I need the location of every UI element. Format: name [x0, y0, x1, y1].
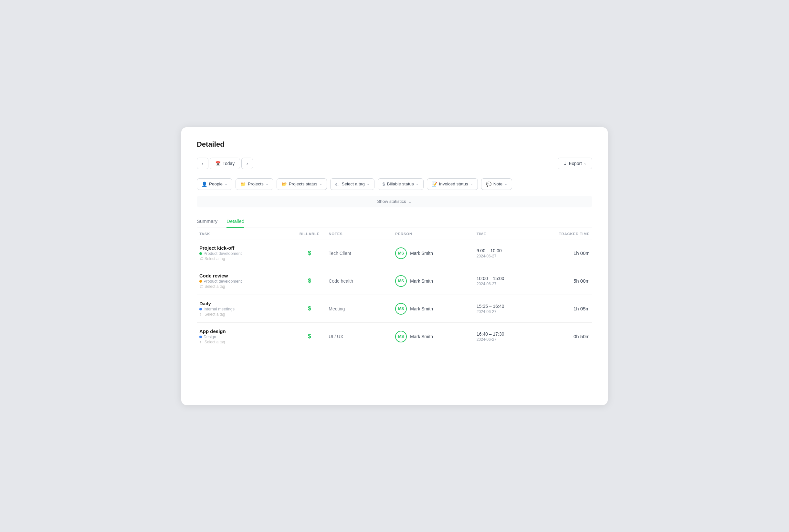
person-cell-0: MS Mark Smith [393, 239, 474, 267]
avatar-1: MS [395, 275, 407, 287]
col-header-notes: NOTES [326, 227, 393, 239]
time-date-0: 2024-06-27 [476, 254, 538, 259]
avatar-2: MS [395, 303, 407, 315]
tracked-cell-0: 1h 00m [541, 239, 592, 267]
task-cell-0: Project kick-off Product development 🏷 S… [197, 239, 293, 267]
tracked-time-0: 1h 00m [574, 250, 590, 256]
billable-icon-1: $ [308, 278, 311, 284]
project-label-2: Internal meetings [204, 307, 234, 311]
notes-text-1: Code health [328, 279, 353, 284]
person-cell-1: MS Mark Smith [393, 267, 474, 295]
tab-summary[interactable]: Summary [197, 215, 218, 228]
person-cell-3: MS Mark Smith [393, 323, 474, 350]
chevron-right-icon: › [246, 160, 248, 166]
note-filter[interactable]: 💬 Note ⌄ [481, 178, 512, 190]
project-label-3: Design [204, 335, 216, 339]
task-name-1: Code review [199, 273, 290, 279]
prev-button[interactable]: ‹ [197, 158, 208, 169]
projects-status-filter[interactable]: 📂 Projects status ⌄ [277, 178, 327, 190]
chevron-left-icon: ‹ [202, 160, 204, 166]
time-cell-1: 10:00 – 15:00 2024-06-27 [474, 267, 541, 295]
table-row: Project kick-off Product development 🏷 S… [197, 239, 592, 267]
billable-cell-3: $ [293, 323, 326, 350]
projects-chevron-icon: ⌄ [266, 182, 268, 186]
select-tag-filter[interactable]: 🏷 Select a tag ⌄ [330, 178, 374, 190]
entries-table: TASK BILLABLE NOTES PERSON TIME TRACKED … [197, 227, 592, 350]
filters-row: 👤 People ⌄ 📁 Projects ⌄ 📂 Projects statu… [197, 178, 592, 190]
person-name-1: Mark Smith [410, 279, 433, 284]
date-nav-group: ‹ 📅 Today › [197, 158, 253, 169]
projects-status-icon: 📂 [281, 182, 287, 187]
show-statistics-label: Show statistics [377, 199, 406, 204]
billable-status-filter[interactable]: $ Billable status ⌄ [378, 178, 424, 190]
table-header-row: TASK BILLABLE NOTES PERSON TIME TRACKED … [197, 227, 592, 239]
billable-cell-0: $ [293, 239, 326, 267]
notes-cell-3: UI / UX [326, 323, 393, 350]
tag-icon: 🏷 [335, 182, 340, 187]
invoice-icon: 📝 [432, 182, 437, 187]
project-dot-1 [199, 280, 202, 283]
project-label-1: Product development [204, 279, 242, 284]
person-name-0: Mark Smith [410, 251, 433, 256]
chevron-down-icon: ⌄ [584, 161, 587, 165]
top-bar: ‹ 📅 Today › ⇣ Export ⌄ [197, 158, 592, 169]
tracked-cell-1: 5h 00m [541, 267, 592, 295]
col-header-time: TIME [474, 227, 541, 239]
billable-icon-2: $ [308, 305, 311, 312]
next-button[interactable]: › [241, 158, 253, 169]
tab-detailed[interactable]: Detailed [226, 215, 244, 228]
billable-chevron-icon: ⌄ [416, 182, 419, 186]
table-row: App design Design 🏷 Select a tag $ UI / … [197, 323, 592, 350]
task-project-3: Design [199, 335, 290, 339]
time-date-2: 2024-06-27 [476, 309, 538, 314]
time-range-0: 9:00 – 10:00 [476, 248, 538, 253]
people-filter[interactable]: 👤 People ⌄ [197, 178, 232, 190]
projects-icon: 📁 [240, 182, 246, 187]
time-range-1: 10:00 – 15:00 [476, 276, 538, 281]
task-cell-2: Daily Internal meetings 🏷 Select a tag [197, 295, 293, 323]
note-chevron-icon: ⌄ [504, 182, 507, 186]
person-name-3: Mark Smith [410, 334, 433, 339]
col-header-tracked: TRACKED TIME [541, 227, 592, 239]
col-header-billable: BILLABLE [293, 227, 326, 239]
download-icon: ⇣ [563, 161, 567, 166]
task-project-0: Product development [199, 251, 290, 256]
project-dot-3 [199, 336, 202, 338]
person-name-2: Mark Smith [410, 306, 433, 311]
invoiced-chevron-icon: ⌄ [470, 182, 473, 186]
billable-cell-1: $ [293, 267, 326, 295]
export-button[interactable]: ⇣ Export ⌄ [558, 158, 592, 169]
time-range-3: 16:40 – 17:30 [476, 331, 538, 337]
tag-icon-2: 🏷 [199, 312, 203, 317]
notes-cell-0: Tech Client [326, 239, 393, 267]
chevron-double-down-icon: ⤓ [408, 199, 412, 204]
billable-cell-2: $ [293, 295, 326, 323]
billable-icon-0: $ [308, 250, 311, 256]
today-button[interactable]: 📅 Today [210, 158, 240, 169]
tag-chevron-icon: ⌄ [367, 182, 370, 186]
projects-filter[interactable]: 📁 Projects ⌄ [236, 178, 273, 190]
main-card: Detailed ‹ 📅 Today › ⇣ Export ⌄ 👤 People [181, 127, 608, 405]
person-cell-2: MS Mark Smith [393, 295, 474, 323]
project-dot-2 [199, 308, 202, 310]
task-tag-0[interactable]: 🏷 Select a tag [199, 256, 290, 261]
notes-text-3: UI / UX [328, 334, 343, 339]
page-title: Detailed [197, 140, 592, 149]
tag-icon-0: 🏷 [199, 256, 203, 261]
tracked-cell-2: 1h 05m [541, 295, 592, 323]
task-name-0: Project kick-off [199, 245, 290, 251]
task-cell-1: Code review Product development 🏷 Select… [197, 267, 293, 295]
col-header-task: TASK [197, 227, 293, 239]
task-tag-2[interactable]: 🏷 Select a tag [199, 312, 290, 317]
task-tag-1[interactable]: 🏷 Select a tag [199, 284, 290, 289]
time-cell-0: 9:00 – 10:00 2024-06-27 [474, 239, 541, 267]
col-header-person: PERSON [393, 227, 474, 239]
notes-text-2: Meeting [328, 306, 345, 311]
table-row: Daily Internal meetings 🏷 Select a tag $… [197, 295, 592, 323]
show-statistics-row[interactable]: Show statistics ⤓ [197, 196, 592, 207]
task-project-2: Internal meetings [199, 307, 290, 311]
tag-label-0: Select a tag [205, 256, 225, 261]
task-tag-3[interactable]: 🏷 Select a tag [199, 340, 290, 344]
notes-text-0: Tech Client [328, 251, 351, 256]
invoiced-status-filter[interactable]: 📝 Invoiced status ⌄ [427, 178, 478, 190]
